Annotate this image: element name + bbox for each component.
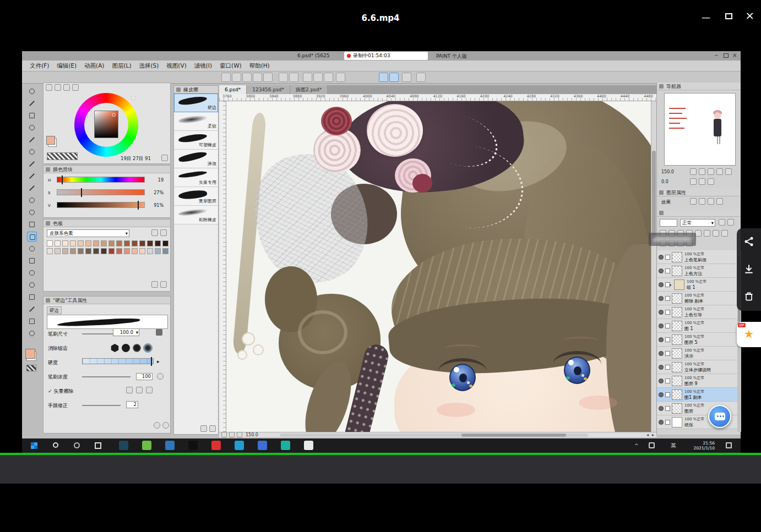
- vector-erase-whole-icon[interactable]: [146, 387, 153, 393]
- download-icon[interactable]: [743, 264, 754, 275]
- layer-visible-icon[interactable]: [659, 351, 664, 356]
- horizontal-scrollbar-thumb[interactable]: [461, 434, 566, 437]
- layer-checkbox[interactable]: [665, 420, 670, 425]
- snap-grid-icon[interactable]: [402, 73, 411, 82]
- lasso-tool-icon[interactable]: [27, 135, 37, 145]
- menu-window[interactable]: 窗口(W): [220, 62, 242, 70]
- subtool-item[interactable]: 柔软: [174, 112, 218, 131]
- color-swatch[interactable]: [70, 240, 76, 246]
- taskbar-clock[interactable]: 21:56 2021/1/10: [683, 441, 715, 451]
- redo-icon[interactable]: [289, 73, 298, 82]
- layer-checkbox[interactable]: [665, 406, 670, 411]
- color-swatch[interactable]: [108, 248, 115, 254]
- color-wheel-tab-icon[interactable]: [46, 84, 52, 91]
- operate-tool-icon[interactable]: [27, 111, 37, 120]
- pen-tool-icon[interactable]: [27, 171, 37, 181]
- subtool-delete-icon[interactable]: [209, 425, 216, 432]
- taskbar-app-icon[interactable]: [119, 441, 128, 450]
- pattern-swatch[interactable]: [26, 365, 36, 371]
- color-swatch[interactable]: [139, 240, 145, 246]
- flip-horizontal-icon[interactable]: [708, 178, 714, 185]
- layer-checkbox[interactable]: [665, 379, 670, 383]
- minimize-icon[interactable]: —: [702, 13, 710, 22]
- rotate-right-icon[interactable]: [699, 178, 705, 185]
- taskbar-app-icon[interactable]: [142, 441, 151, 450]
- subtool-item[interactable]: 粘附橡皮: [174, 206, 218, 224]
- close-icon[interactable]: ×: [745, 11, 754, 20]
- vector-erase-check[interactable]: ✓ 矢量擦除: [48, 388, 73, 395]
- property-search-icon[interactable]: [162, 422, 169, 429]
- vertical-scrollbar-thumb[interactable]: [652, 151, 656, 239]
- color-swatch[interactable]: [147, 248, 153, 254]
- frame-tool-icon[interactable]: [27, 292, 37, 302]
- layer-visible-icon[interactable]: [659, 337, 664, 342]
- layer-checkbox[interactable]: [665, 268, 670, 273]
- color-swatch[interactable]: [108, 240, 115, 246]
- layer-checkbox[interactable]: [665, 296, 670, 301]
- layer-visible-icon[interactable]: [659, 379, 664, 383]
- layer-row[interactable]: 100 %正常擦除 副本: [657, 292, 737, 305]
- chat-bubble-button[interactable]: [708, 405, 731, 428]
- ruler-tool-icon[interactable]: [27, 304, 37, 314]
- subtool-item[interactable]: 可塑橡皮: [174, 131, 218, 150]
- delete-layer-icon[interactable]: [721, 230, 728, 237]
- effect-expression-icon[interactable]: [716, 198, 723, 205]
- color-swatch[interactable]: [139, 248, 145, 254]
- task-view-icon[interactable]: [95, 442, 101, 449]
- stabilize-value[interactable]: 2: [126, 401, 138, 408]
- layer-row[interactable]: 100 %正常图层 5: [657, 333, 737, 347]
- menu-select[interactable]: 选择(S): [139, 62, 159, 70]
- maximize-icon[interactable]: [725, 13, 732, 19]
- color-swatch[interactable]: [93, 240, 99, 246]
- app-maximize-icon[interactable]: [724, 53, 729, 58]
- color-swatch[interactable]: [62, 240, 68, 246]
- menu-edit[interactable]: 编辑(E): [57, 62, 77, 70]
- layer-lock-icon[interactable]: [719, 219, 725, 226]
- antialias-weak-icon[interactable]: [122, 344, 130, 352]
- layer-visible-icon[interactable]: [659, 255, 664, 260]
- effect-extract-line-icon[interactable]: [708, 198, 714, 205]
- color-swatch[interactable]: [132, 248, 138, 254]
- layer-clip-icon[interactable]: [727, 219, 734, 226]
- brush-size-options-icon[interactable]: [156, 329, 162, 336]
- density-dynamics-icon[interactable]: [157, 373, 164, 380]
- input-language-indicator[interactable]: 英: [671, 442, 676, 449]
- undo-icon[interactable]: [279, 73, 288, 82]
- tab-document-3[interactable]: 插图2.psd*: [290, 85, 328, 94]
- main-color-swatch[interactable]: [25, 349, 35, 359]
- brush-size-slider[interactable]: [82, 333, 114, 334]
- layer-visible-icon[interactable]: [659, 365, 664, 370]
- nav-zoom-out-icon[interactable]: [690, 168, 697, 175]
- layer-opacity-select[interactable]: [660, 219, 677, 227]
- export-icon[interactable]: [253, 73, 262, 82]
- palette-set-select[interactable]: 皮肤系色素 ▾: [47, 229, 129, 237]
- color-swatch[interactable]: [78, 240, 84, 246]
- palette-new-swatch-icon[interactable]: [151, 281, 158, 288]
- palette-search-icon[interactable]: [151, 229, 158, 236]
- chevron-down-icon[interactable]: ▾: [136, 330, 138, 335]
- new-file-icon[interactable]: [221, 73, 231, 82]
- apply-mask-icon[interactable]: [713, 230, 719, 237]
- layer-visible-icon[interactable]: [659, 282, 664, 287]
- start-button-icon[interactable]: [31, 442, 37, 449]
- horizontal-scrollbar[interactable]: [280, 434, 588, 437]
- color-slider-tab-icon[interactable]: [55, 84, 61, 91]
- fill-tool-icon[interactable]: [27, 256, 37, 266]
- color-swatch[interactable]: [124, 240, 130, 246]
- antialias-none-icon[interactable]: [111, 344, 119, 352]
- color-swatch[interactable]: [147, 240, 153, 246]
- share-icon[interactable]: [743, 236, 754, 247]
- figure-tool-icon[interactable]: [27, 280, 37, 290]
- color-history-tab-icon[interactable]: [72, 84, 79, 91]
- watercolor-tool-icon[interactable]: [27, 207, 37, 217]
- palette-delete-swatch-icon[interactable]: [160, 281, 167, 288]
- saturation-slider[interactable]: [57, 189, 145, 195]
- effect-tone-icon[interactable]: [699, 198, 705, 205]
- layer-visible-icon[interactable]: [659, 406, 664, 411]
- taskbar-app-icon[interactable]: [304, 441, 313, 450]
- move-layer-tool-icon[interactable]: [27, 123, 37, 133]
- color-swatch[interactable]: [155, 240, 161, 246]
- main-color-chip[interactable]: [46, 136, 55, 145]
- vector-erase-intersect-icon[interactable]: [136, 387, 143, 393]
- hardness-slider-thumb[interactable]: [151, 357, 152, 366]
